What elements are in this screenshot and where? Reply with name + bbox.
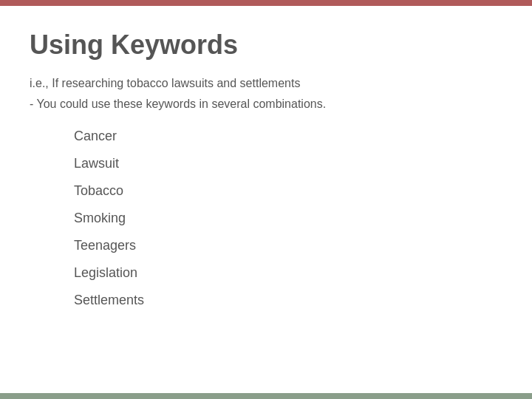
keyword-item: Smoking [74,211,502,226]
page-title: Using Keywords [30,30,502,61]
subtitle-text: i.e., If researching tobacco lawsuits an… [30,77,502,90]
main-content: Using Keywords i.e., If researching toba… [30,22,502,384]
bottom-bar [0,393,532,399]
keywords-list: CancerLawsuitTobaccoSmokingTeenagersLegi… [74,129,502,308]
keyword-item: Lawsuit [74,156,502,171]
keyword-item: Tobacco [74,183,502,199]
keyword-item: Legislation [74,265,502,281]
intro-line: - You could use these keywords in severa… [30,98,502,111]
keyword-item: Settlements [74,293,502,308]
keyword-item: Cancer [74,129,502,144]
top-bar [0,0,532,6]
keyword-item: Teenagers [74,238,502,253]
